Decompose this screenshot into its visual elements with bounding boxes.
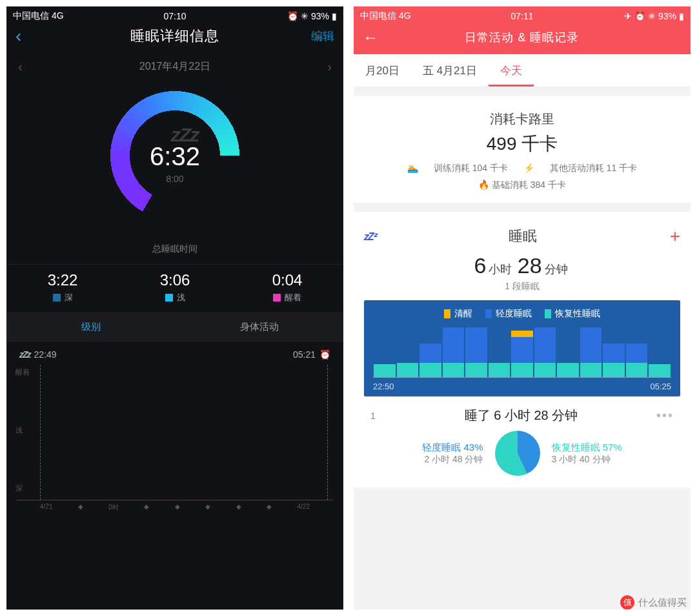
- status-time: 07:11: [354, 11, 691, 21]
- sleep-goal: 8:00: [166, 174, 183, 184]
- stage-awake[interactable]: 0:04 醒着: [231, 265, 343, 313]
- legend-rest: 恢复性睡眠: [555, 308, 600, 320]
- sleep-total: 6:32: [150, 142, 200, 171]
- stage-light[interactable]: 3:06 浅: [119, 265, 231, 313]
- sleep-title: 睡眠: [509, 227, 537, 246]
- legend-rest-swatch: [545, 309, 551, 318]
- status-time: 07:10: [6, 11, 343, 21]
- xaxis: 4/21◆0时◆◆◆◆◆4/22: [17, 500, 333, 512]
- stage-deep[interactable]: 3:22 深: [6, 265, 119, 313]
- page-title: 睡眠详细信息: [6, 26, 343, 46]
- sleep-ring[interactable]: zZz 6:32 8:00: [104, 85, 246, 227]
- calorie-card[interactable]: 消耗卡路里 499 千卡 🏊 训练消耗 104 千卡 ⚡ 其他活动消耗 11 千…: [354, 96, 691, 203]
- add-sleep-button[interactable]: +: [670, 226, 680, 247]
- back-button[interactable]: ←: [363, 28, 378, 46]
- nav-bar: ← 日常活动 & 睡眠记录: [354, 23, 691, 54]
- pie-chart[interactable]: [495, 431, 540, 476]
- summary-index: 1: [370, 411, 386, 421]
- date-tab-today[interactable]: 今天: [489, 54, 534, 87]
- sleep-start-icon: zZz: [19, 349, 30, 360]
- stage-light-label: 浅: [177, 292, 185, 303]
- chart-tabs: 级别 身体活动: [6, 313, 343, 342]
- sleep-start-time: 22:49: [34, 349, 57, 360]
- calorie-basal-icon: 🔥: [478, 180, 489, 190]
- calorie-other-icon: ⚡: [523, 163, 534, 174]
- date-tab-2[interactable]: 五 4月21日: [411, 54, 489, 87]
- phone-right: 中国电信 4G 07:11 ✈ ⏰ ✳ 93% ▮ ← 日常活动 & 睡眠记录 …: [351, 4, 693, 612]
- date-selector: ‹ 2017年4月22日 ›: [6, 54, 343, 77]
- stage-awake-label: 醒着: [285, 292, 301, 303]
- sleep-pie-breakdown: 轻度睡眠 43% 2 小时 48 分钟 恢复性睡眠 57% 3 小时 40 分钟: [364, 424, 680, 476]
- tab-activity[interactable]: 身体活动: [175, 313, 343, 341]
- edit-button[interactable]: 编辑: [311, 28, 334, 44]
- legend-awake: 清醒: [454, 308, 472, 320]
- nav-bar: ‹ 睡眠详细信息 编辑: [6, 23, 343, 54]
- status-bar: 中国电信 4G 07:10 ⏰ ✳ 93% ▮: [6, 6, 343, 23]
- rest-pct: 恢复性睡眠 57%: [552, 442, 622, 454]
- awake-swatch: [273, 294, 281, 302]
- watermark-badge: 值: [620, 595, 634, 610]
- sleep-end-time: 05:21: [293, 349, 316, 360]
- page-title: 日常活动 & 睡眠记录: [465, 30, 579, 45]
- sleep-ring-container: zZz 6:32 8:00: [6, 77, 343, 231]
- alarm-icon: ⏰: [319, 349, 330, 360]
- light-dur: 2 小时 48 分钟: [422, 454, 483, 466]
- plot-area: 醒着 浅 深: [17, 365, 333, 500]
- sleep-summary-row[interactable]: 1 睡了 6 小时 28 分钟 •••: [364, 396, 680, 424]
- sleep-stages: 3:22 深 3:06 浅 0:04 醒着: [6, 264, 343, 313]
- segment-count: 1 段睡眠: [364, 281, 680, 293]
- calorie-other: 其他活动消耗 11 千卡: [550, 163, 637, 174]
- more-icon[interactable]: •••: [656, 408, 674, 423]
- sleep-phase-chart[interactable]: zZz22:49 05:21⏰ 醒着 浅 深 4/21◆0时◆◆◆◆◆4/22: [6, 342, 343, 610]
- watermark-text: 什么值得买: [638, 597, 687, 609]
- sleep-stage-chart[interactable]: 清醒 轻度睡眠 恢复性睡眠 22:50 05:25: [364, 300, 680, 396]
- sleep-duration: 6小时 28分钟: [364, 253, 680, 278]
- current-date: 2017年4月22日: [139, 60, 210, 74]
- xstart: 22:50: [373, 382, 394, 391]
- status-bar: 中国电信 4G 07:11 ✈ ⏰ ✳ 93% ▮: [354, 6, 691, 23]
- sleep-card[interactable]: zZᶻ 睡眠 + 6小时 28分钟 1 段睡眠 清醒 轻度睡眠 恢复性睡眠 22…: [354, 212, 691, 488]
- stage-deep-label: 深: [65, 292, 73, 303]
- calorie-train: 训练消耗 104 千卡: [434, 163, 508, 174]
- calorie-title: 消耗卡路里: [364, 110, 680, 128]
- deep-swatch: [53, 294, 61, 302]
- zzz-icon: zZᶻ: [364, 231, 376, 243]
- xend: 05:25: [650, 382, 671, 391]
- next-day-button[interactable]: ›: [327, 59, 332, 74]
- rest-dur: 3 小时 40 分钟: [552, 454, 622, 466]
- legend-light-swatch: [485, 309, 492, 318]
- ylabel-deep: 深: [15, 484, 23, 493]
- ylabel-light: 浅: [15, 426, 23, 435]
- bars-area: [373, 326, 671, 378]
- light-swatch: [165, 294, 173, 302]
- total-sleep-label: 总睡眠时间: [6, 231, 343, 264]
- legend-awake-swatch: [444, 309, 450, 318]
- light-pct: 轻度睡眠 43%: [422, 442, 483, 454]
- stage-awake-time: 0:04: [231, 271, 343, 289]
- calorie-train-icon: 🏊: [407, 163, 418, 174]
- legend-light: 轻度睡眠: [496, 308, 532, 320]
- watermark: 值 什么值得买: [620, 595, 687, 610]
- calorie-basal: 基础消耗 384 千卡: [492, 180, 566, 190]
- phone-left: 中国电信 4G 07:10 ⏰ ✳ 93% ▮ ‹ 睡眠详细信息 编辑 ‹ 20…: [4, 4, 346, 612]
- calorie-value: 499 千卡: [364, 132, 680, 156]
- ylabel-awake: 醒着: [15, 367, 30, 377]
- stage-deep-time: 3:22: [6, 271, 119, 289]
- legend: 清醒 轻度睡眠 恢复性睡眠: [373, 308, 671, 320]
- stage-light-time: 3:06: [119, 271, 231, 289]
- tab-level[interactable]: 级别: [6, 313, 175, 341]
- date-tab-1[interactable]: 月20日: [354, 54, 411, 87]
- summary-text: 睡了 6 小时 28 分钟: [386, 407, 656, 424]
- prev-day-button[interactable]: ‹: [18, 59, 23, 74]
- date-tabs: 月20日 五 4月21日 今天: [354, 54, 691, 87]
